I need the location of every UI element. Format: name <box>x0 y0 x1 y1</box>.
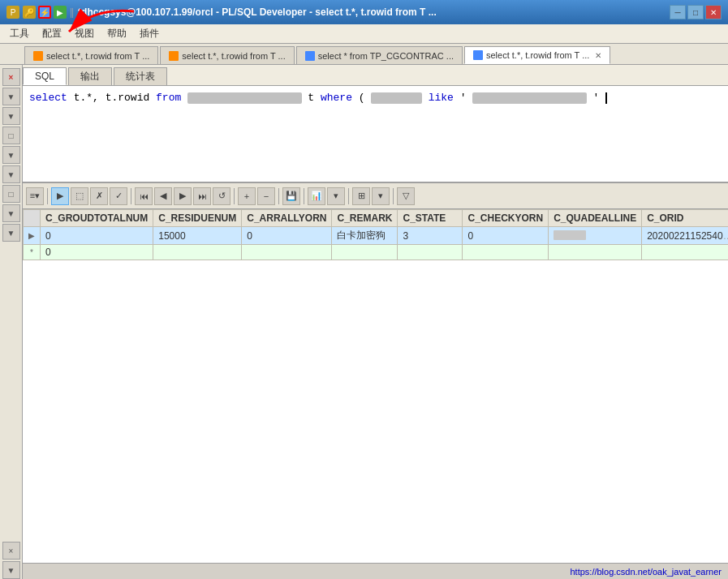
sidebar-btn-6[interactable]: □ <box>2 185 20 203</box>
sidebar-btn-4[interactable]: ▼ <box>2 146 20 164</box>
sql-keyword-select: select <box>29 92 67 104</box>
toolbar-run-btn[interactable]: ▶ <box>51 187 69 205</box>
toolbar-sep-4 <box>278 188 279 204</box>
cell-checkyorn-new[interactable] <box>463 245 549 260</box>
tab-icon-1 <box>33 51 43 61</box>
tab-close-button-4[interactable]: ✕ <box>595 51 601 60</box>
outer-tab-2[interactable]: select t.*, t.rowid from T ... <box>160 46 294 64</box>
close-button[interactable]: ✕ <box>705 5 722 19</box>
cell-checkyorn-1[interactable]: 0 <box>463 227 549 245</box>
toolbar-sep-5 <box>304 188 304 204</box>
toolbar-delete-btn[interactable]: − <box>257 187 275 205</box>
status-url: https://blog.csdn.net/oak_javat_earner <box>570 567 722 577</box>
menu-help[interactable]: 帮助 <box>101 25 133 42</box>
col-header-residuenum[interactable]: C_RESIDUENUM <box>153 210 242 227</box>
cell-quadealline-new[interactable] <box>549 245 642 260</box>
toolbar-insert-btn[interactable]: + <box>238 187 256 205</box>
toolbar-grid-drop-btn[interactable]: ▾ <box>372 187 390 205</box>
outer-tab-3[interactable]: select * from TP_CGCONTRAC ... <box>296 46 463 64</box>
sidebar-close-top[interactable]: × <box>2 68 20 86</box>
sidebar-btn-5[interactable]: ▼ <box>2 165 20 183</box>
cell-residuenum-1[interactable]: 15000 <box>153 227 242 245</box>
sql-blurred-value <box>472 92 586 104</box>
minimize-button[interactable]: ─ <box>670 5 686 19</box>
sidebar-btn-1[interactable]: ▼ <box>2 88 20 105</box>
col-header-orid[interactable]: C_ORID <box>642 210 728 227</box>
tab-output[interactable]: 输出 <box>68 67 112 85</box>
app-icon: P <box>6 6 19 19</box>
sql-blurred-col <box>371 92 421 104</box>
toolbar-grid2-btn[interactable]: ⊞ <box>352 187 370 205</box>
new-row-indicator: * <box>24 245 41 260</box>
outer-tab-label-4: select t.*, t.rowid from T ... <box>486 50 589 60</box>
outer-tab-1[interactable]: select t.*, t.rowid from T ... <box>24 46 158 64</box>
toolbar-next-btn[interactable]: ▶ <box>174 187 192 205</box>
sql-text-6: ' <box>593 92 600 104</box>
sidebar-close-bottom[interactable]: × <box>2 542 20 560</box>
cell-arrallyorn-new[interactable] <box>242 245 332 260</box>
cell-remark-1[interactable]: 白卡加密狗 <box>332 227 398 245</box>
col-header-groudtotalnum[interactable]: C_GROUDTOTALNUM <box>41 210 153 227</box>
col-header-remark[interactable]: C_REMARK <box>332 210 398 227</box>
tab-icon-3 <box>305 51 315 61</box>
toolbar-cancel-btn[interactable]: ✗ <box>90 187 108 205</box>
cell-arrallyorn-1[interactable]: 0 <box>242 227 332 245</box>
cell-groudtotalnum-1[interactable]: 0 <box>41 227 153 245</box>
toolbar-sep-1 <box>47 188 48 204</box>
data-grid[interactable]: C_GROUDTOTALNUM C_RESIDUENUM C_ARRALLYOR… <box>23 209 728 563</box>
table-header-row: C_GROUDTOTALNUM C_RESIDUENUM C_ARRALLYOR… <box>24 210 729 227</box>
sql-keyword-from: from <box>156 92 181 104</box>
cell-blurred-quadealline <box>554 230 586 240</box>
sql-editor[interactable]: select t.*, t.rowid from t where ( like … <box>23 86 728 183</box>
sql-text-5: ' <box>460 92 467 104</box>
icon-highlighted[interactable]: ⚡ <box>38 6 51 19</box>
new-row[interactable]: * 0 <box>24 245 729 260</box>
toolbar-first-btn[interactable]: ⏮ <box>135 187 153 205</box>
cell-groudtotalnum-new[interactable]: 0 <box>41 245 153 260</box>
sidebar-btn-2[interactable]: ▼ <box>2 107 20 125</box>
icon-green: ▶ <box>54 6 67 19</box>
toolbar-grid-btn[interactable]: ≡▾ <box>26 187 44 205</box>
toolbar-sep-2 <box>131 188 131 204</box>
sidebar-btn-7[interactable]: ▼ <box>2 204 20 222</box>
title-bar-left: P 🔑 ⚡ ▶ ║ tdhccgsys@100.107.1.99/orcl - … <box>6 6 437 19</box>
menu-view[interactable]: 视图 <box>68 25 101 42</box>
sql-blurred-table <box>187 92 301 104</box>
toolbar-refresh-btn[interactable]: ↺ <box>213 187 230 205</box>
toolbar-chart-btn[interactable]: 📊 <box>308 187 325 205</box>
col-header-arrallyorn[interactable]: C_ARRALLYORN <box>242 210 332 227</box>
cell-state-1[interactable]: 3 <box>398 227 463 245</box>
outer-tab-4[interactable]: select t.*, t.rowid from T ... ✕ <box>464 46 610 64</box>
col-header-state[interactable]: C_STATE <box>398 210 463 227</box>
menu-config[interactable]: 配置 <box>36 25 68 42</box>
cell-orid-1: 20200221152540… <box>642 227 728 245</box>
col-header-checkyorn[interactable]: C_CHECKYORN <box>463 210 549 227</box>
tab-stats[interactable]: 统计表 <box>114 67 167 85</box>
toolbar-prev-btn[interactable]: ◀ <box>154 187 172 205</box>
content-area: SQL 输出 统计表 select t.*, t.rowid from t wh… <box>23 65 728 579</box>
sidebar-btn-bottom[interactable]: ▼ <box>2 561 20 579</box>
toolbar-save-btn[interactable]: 💾 <box>282 187 300 205</box>
sidebar-btn-8[interactable]: ▼ <box>2 224 20 242</box>
menu-plugin[interactable]: 插件 <box>133 25 166 42</box>
tab-sql[interactable]: SQL <box>23 67 67 85</box>
toolbar-stop-btn[interactable]: ⬚ <box>71 187 88 205</box>
cell-quadealline-1[interactable] <box>549 227 642 245</box>
sidebar-btn-3[interactable]: □ <box>2 127 20 144</box>
toolbar-commit-btn[interactable]: ✓ <box>110 187 127 205</box>
toolbar-filter-btn[interactable]: ▽ <box>397 187 415 205</box>
col-header-quadealline[interactable]: C_QUADEALLINE <box>549 210 642 227</box>
cell-remark-new[interactable] <box>332 245 398 260</box>
toolbar-last-btn[interactable]: ⏭ <box>193 187 211 205</box>
table-row[interactable]: ▶ 0 15000 0 白卡加密狗 3 0 20200221152540… <box>24 227 729 245</box>
data-toolbar: ≡▾ ▶ ⬚ ✗ ✓ ⏮ ◀ ▶ ⏭ ↺ + − 💾 📊 ▾ ⊞ ▾ ▽ <box>23 183 728 209</box>
result-table: C_GROUDTOTALNUM C_RESIDUENUM C_ARRALLYOR… <box>23 209 728 260</box>
cell-residuenum-new[interactable] <box>153 245 242 260</box>
sql-text-3: ( <box>359 92 365 104</box>
menu-tools[interactable]: 工具 <box>3 25 36 42</box>
cell-state-new[interactable] <box>398 245 463 260</box>
toolbar-chart-drop-btn[interactable]: ▾ <box>327 187 345 205</box>
icon-key: 🔑 <box>23 6 36 19</box>
cell-orid-new[interactable] <box>642 245 728 260</box>
maximize-button[interactable]: □ <box>687 5 704 19</box>
